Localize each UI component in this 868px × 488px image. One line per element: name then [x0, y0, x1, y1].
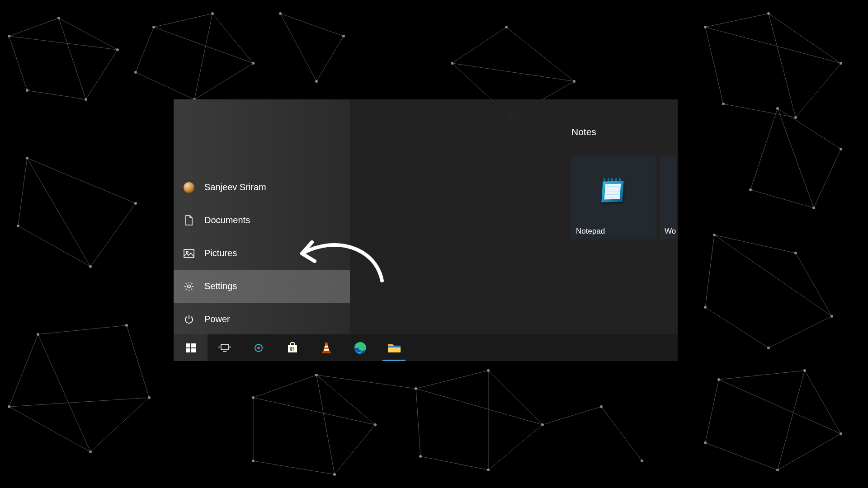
task-view-icon — [218, 343, 231, 352]
svg-point-47 — [374, 423, 377, 426]
svg-point-56 — [641, 460, 643, 462]
svg-point-2 — [116, 48, 119, 51]
rail-item-settings[interactable]: Settings — [174, 270, 350, 303]
start-button[interactable] — [174, 334, 208, 361]
svg-point-59 — [188, 285, 190, 287]
svg-point-18 — [125, 324, 128, 327]
tile-label: Wo — [665, 227, 676, 236]
document-icon — [184, 215, 194, 226]
svg-point-21 — [315, 80, 318, 83]
svg-point-4 — [26, 89, 28, 92]
rail-item-power[interactable]: Power — [174, 303, 350, 336]
svg-point-54 — [419, 455, 422, 458]
svg-point-50 — [415, 387, 417, 390]
svg-point-12 — [89, 265, 92, 268]
rail-item-user-account[interactable]: Sanjeev Sriram — [174, 171, 350, 204]
taskbar-app-edge[interactable] — [343, 334, 377, 361]
svg-point-51 — [487, 369, 490, 372]
tiles-group-header[interactable]: Notes — [571, 127, 678, 137]
taskbar-app-microsoft-store[interactable] — [275, 334, 309, 361]
svg-rect-64 — [221, 344, 228, 350]
svg-rect-60 — [186, 343, 190, 347]
svg-point-0 — [8, 35, 10, 38]
power-icon — [184, 314, 194, 325]
svg-rect-61 — [191, 343, 196, 347]
svg-point-42 — [840, 432, 842, 435]
svg-point-24 — [573, 80, 576, 83]
svg-point-36 — [794, 252, 797, 254]
svg-point-44 — [704, 441, 707, 444]
svg-point-55 — [600, 405, 603, 408]
svg-point-23 — [505, 26, 508, 28]
taskbar-app-vlc[interactable] — [309, 334, 343, 361]
svg-point-14 — [37, 333, 39, 336]
svg-point-31 — [776, 107, 779, 110]
svg-point-29 — [794, 116, 797, 119]
tile-wordpad-clipped[interactable]: Wo — [660, 155, 676, 239]
svg-rect-73 — [324, 349, 329, 351]
svg-point-3 — [85, 98, 87, 101]
svg-point-32 — [840, 148, 842, 150]
svg-point-15 — [8, 405, 10, 408]
svg-point-19 — [279, 12, 282, 15]
notepad-icon — [600, 180, 627, 204]
svg-rect-57 — [184, 249, 194, 258]
svg-point-52 — [541, 423, 544, 426]
svg-point-49 — [252, 460, 255, 462]
svg-rect-69 — [292, 347, 294, 349]
svg-point-26 — [704, 26, 707, 28]
start-menu-panel: Sanjeev Sriram Documents — [174, 99, 678, 361]
rail-item-pictures[interactable]: Pictures — [174, 237, 350, 270]
svg-point-28 — [840, 62, 842, 65]
svg-point-6 — [211, 12, 214, 15]
rail-item-label: Power — [204, 314, 230, 324]
taskbar — [174, 334, 678, 361]
svg-point-13 — [134, 202, 137, 205]
taskbar-active-indicator — [382, 360, 406, 361]
task-view-button[interactable] — [208, 334, 241, 361]
vlc-icon — [321, 342, 332, 354]
svg-point-22 — [451, 62, 453, 65]
svg-rect-75 — [388, 346, 401, 347]
svg-point-46 — [315, 374, 318, 376]
svg-point-20 — [342, 35, 345, 38]
svg-rect-62 — [186, 348, 190, 352]
svg-point-17 — [148, 396, 151, 399]
store-icon — [286, 342, 299, 354]
saavn-icon — [253, 342, 264, 354]
svg-point-11 — [17, 225, 19, 227]
rail-item-label: Pictures — [204, 248, 237, 258]
svg-point-38 — [767, 347, 770, 349]
file-explorer-icon — [387, 343, 401, 353]
svg-point-40 — [717, 378, 720, 381]
svg-point-9 — [134, 71, 137, 74]
svg-point-1 — [57, 17, 60, 19]
picture-icon — [184, 248, 194, 259]
svg-point-34 — [749, 188, 752, 191]
taskbar-app-file-explorer[interactable] — [377, 334, 411, 361]
taskbar-app-saavn[interactable] — [241, 334, 275, 361]
svg-rect-71 — [292, 349, 294, 351]
svg-rect-63 — [191, 348, 196, 352]
svg-point-37 — [830, 315, 833, 318]
svg-point-33 — [812, 206, 815, 209]
tile-label: Notepad — [576, 227, 605, 236]
svg-point-39 — [704, 306, 707, 309]
tile-notepad[interactable]: Notepad — [571, 155, 656, 239]
start-menu-left-rail: Sanjeev Sriram Documents — [174, 99, 350, 334]
svg-point-10 — [26, 157, 28, 160]
svg-point-45 — [252, 396, 255, 399]
svg-rect-70 — [290, 349, 292, 351]
svg-point-27 — [767, 12, 770, 15]
svg-point-7 — [252, 62, 255, 65]
svg-point-5 — [152, 26, 155, 28]
svg-point-53 — [487, 469, 490, 471]
svg-point-30 — [722, 103, 725, 105]
svg-point-43 — [776, 469, 779, 471]
svg-point-41 — [803, 369, 806, 372]
svg-rect-68 — [290, 347, 292, 349]
rail-item-documents[interactable]: Documents — [174, 204, 350, 237]
svg-point-35 — [713, 234, 716, 236]
rail-item-label: Sanjeev Sriram — [204, 182, 266, 192]
svg-point-48 — [333, 473, 336, 476]
